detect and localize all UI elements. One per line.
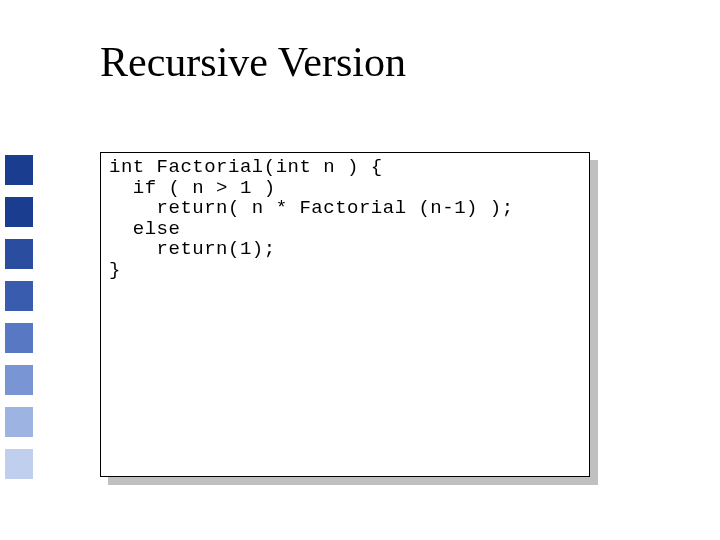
sidebar-block (5, 155, 33, 185)
code-box: int Factorial(int n ) { if ( n > 1 ) ret… (100, 152, 590, 477)
slide-title: Recursive Version (100, 38, 406, 86)
sidebar-block (5, 281, 33, 311)
code-line: if ( n > 1 ) (109, 178, 581, 199)
sidebar-block (5, 239, 33, 269)
sidebar-block (5, 407, 33, 437)
code-line: return(1); (109, 239, 581, 260)
code-line: int Factorial(int n ) { (109, 157, 581, 178)
sidebar-block (5, 365, 33, 395)
sidebar-block (5, 197, 33, 227)
sidebar-decoration (0, 0, 38, 540)
code-line: } (109, 260, 581, 281)
code-line: else (109, 219, 581, 240)
code-line: return( n * Factorial (n-1) ); (109, 198, 581, 219)
sidebar-block (5, 449, 33, 479)
sidebar-block (5, 323, 33, 353)
